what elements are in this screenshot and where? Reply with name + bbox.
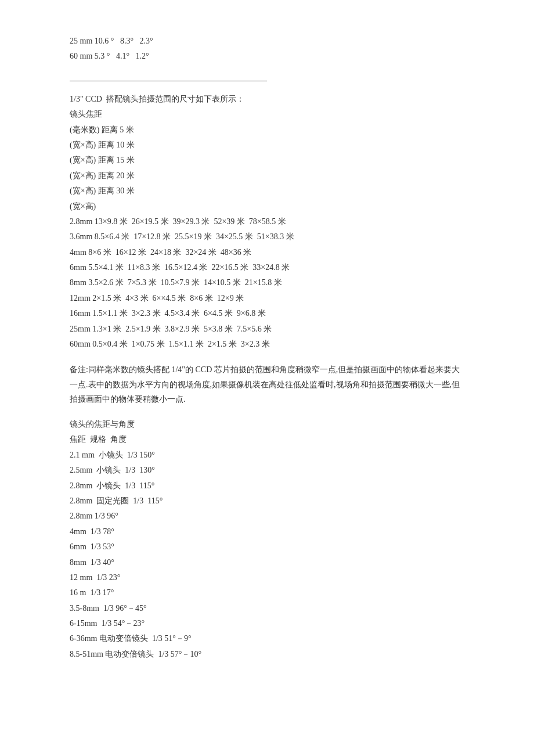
focal-row-13: 8.5-51mm 电动变倍镜头 1/3 57°－10°	[70, 648, 464, 661]
ccd-row-4: 8mm 3.5×2.6 米 7×5.3 米 10.5×7.9 米 14×10.5…	[70, 276, 464, 289]
focal-row-1: 2.5mm 小镜头 1/3 130°	[70, 464, 464, 477]
ccd-row-2: 4mm 8×6 米 16×12 米 24×18 米 32×24 米 48×36 …	[70, 246, 464, 259]
table-header-5: (宽×高) 距离 30 米	[70, 185, 464, 197]
ccd-section: 1/3" CCD 搭配镜头拍摄范围的尺寸如下表所示： 镜头焦距 (毫米数) 距离…	[70, 93, 464, 351]
spec-line-1: 25 mm 10.6 ° 8.3° 2.3°	[70, 35, 464, 48]
top-specs-section: 25 mm 10.6 ° 8.3° 2.3° 60 mm 5.3 ° 4.1° …	[70, 35, 464, 63]
note-text: 备注:同样毫米数的镜头搭配 1/4"的 CCD 芯片拍摄的范围和角度稍微窄一点,…	[70, 362, 464, 406]
focal-row-4: 2.8mm 1/3 96°	[70, 510, 464, 523]
focal-row-8: 12 mm 1/3 23°	[70, 571, 464, 584]
section-divider	[70, 81, 267, 81]
ccd-row-6: 16mm 1.5×1.1 米 3×2.3 米 4.5×3.4 米 6×4.5 米…	[70, 307, 464, 320]
focal-row-10: 3.5-8mm 1/3 96°－45°	[70, 602, 464, 615]
focal-row-12: 6-36mm 电动变倍镜头 1/3 51°－9°	[70, 632, 464, 645]
focal-row-3: 2.8mm 固定光圈 1/3 115°	[70, 495, 464, 507]
table-header-6: (宽×高)	[70, 200, 464, 213]
focal-row-0: 2.1 mm 小镜头 1/3 150°	[70, 449, 464, 462]
focal-row-2: 2.8mm 小镜头 1/3 115°	[70, 480, 464, 492]
focal-row-11: 6-15mm 1/3 54°－23°	[70, 617, 464, 630]
ccd-row-0: 2.8mm 13×9.8 米 26×19.5 米 39×29.3 米 52×39…	[70, 215, 464, 228]
focal-row-6: 6mm 1/3 53°	[70, 541, 464, 553]
ccd-row-5: 12mm 2×1.5 米 4×3 米 6××4.5 米 8×6 米 12×9 米	[70, 292, 464, 305]
focal-row-5: 4mm 1/3 78°	[70, 525, 464, 538]
focal-section: 镜头的焦距与角度 焦距 规格 角度 2.1 mm 小镜头 1/3 150° 2.…	[70, 418, 464, 661]
table-header-4: (宽×高) 距离 20 米	[70, 170, 464, 182]
table-header-1: (毫米数) 距离 5 米	[70, 124, 464, 136]
focal-title: 镜头的焦距与角度	[70, 418, 464, 431]
table-header-3: (宽×高) 距离 15 米	[70, 154, 464, 167]
ccd-row-1: 3.6mm 8.5×6.4 米 17×12.8 米 25.5×19 米 34×2…	[70, 231, 464, 243]
focal-sub-header: 焦距 规格 角度	[70, 433, 464, 446]
ccd-row-7: 25mm 1.3×1 米 2.5×1.9 米 3.8×2.9 米 5×3.8 米…	[70, 323, 464, 336]
ccd-row-3: 6mm 5.5×4.1 米 11×8.3 米 16.5×12.4 米 22×16…	[70, 261, 464, 274]
focal-row-7: 8mm 1/3 40°	[70, 556, 464, 569]
table-header-2: (宽×高) 距离 10 米	[70, 139, 464, 152]
ccd-header: 1/3" CCD 搭配镜头拍摄范围的尺寸如下表所示：	[70, 93, 464, 106]
spec-line-2: 60 mm 5.3 ° 4.1° 1.2°	[70, 50, 464, 63]
table-header-0: 镜头焦距	[70, 108, 464, 121]
note-section: 备注:同样毫米数的镜头搭配 1/4"的 CCD 芯片拍摄的范围和角度稍微窄一点,…	[70, 362, 464, 406]
focal-row-9: 16 m 1/3 17°	[70, 586, 464, 599]
ccd-row-8: 60mm 0.5×0.4 米 1×0.75 米 1.5×1.1 米 2×1.5 …	[70, 338, 464, 351]
